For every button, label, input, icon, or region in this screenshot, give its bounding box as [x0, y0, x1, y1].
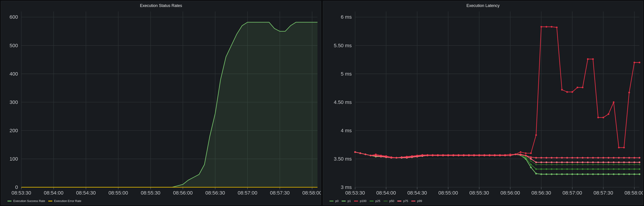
- svg-point-356: [582, 164, 583, 165]
- svg-point-360: [602, 164, 604, 165]
- svg-point-183: [556, 173, 558, 175]
- svg-point-426: [364, 154, 366, 155]
- svg-point-193: [608, 173, 609, 175]
- svg-point-250: [613, 102, 614, 103]
- svg-point-196: [623, 173, 625, 175]
- svg-point-294: [551, 168, 552, 170]
- svg-point-346: [530, 160, 532, 162]
- svg-text:3 ms: 3 ms: [341, 184, 352, 190]
- svg-point-418: [613, 161, 614, 163]
- svg-point-474: [613, 157, 614, 159]
- svg-point-245: [587, 58, 588, 60]
- svg-point-464: [561, 157, 562, 159]
- legend-swatch: [48, 201, 52, 202]
- svg-point-239: [556, 26, 558, 28]
- svg-point-292: [540, 168, 542, 170]
- svg-text:600: 600: [10, 14, 18, 20]
- panel-title: Execution Status Rates: [1, 1, 321, 9]
- svg-point-408: [561, 161, 562, 163]
- svg-point-240: [561, 89, 562, 91]
- svg-point-197: [628, 173, 630, 175]
- svg-point-351: [556, 164, 558, 165]
- svg-text:200: 200: [10, 128, 18, 133]
- svg-point-364: [623, 164, 625, 165]
- svg-point-475: [618, 157, 620, 159]
- svg-text:4 ms: 4 ms: [341, 128, 352, 133]
- svg-point-450: [489, 155, 490, 156]
- plot-area[interactable]: 010020030040050060008:53:3008:54:0008:54…: [1, 9, 321, 198]
- svg-point-310: [634, 168, 635, 170]
- svg-point-195: [618, 173, 620, 175]
- svg-text:08:55:00: 08:55:00: [108, 190, 128, 196]
- legend-label: p1: [348, 199, 351, 203]
- svg-point-303: [597, 168, 599, 170]
- legend-item[interactable]: p1: [342, 199, 351, 203]
- svg-text:100: 100: [10, 156, 18, 162]
- svg-text:5 ms: 5 ms: [341, 71, 352, 77]
- svg-point-413: [587, 161, 588, 163]
- svg-text:08:53:30: 08:53:30: [345, 190, 365, 196]
- svg-point-300: [582, 168, 583, 170]
- svg-point-404: [540, 161, 542, 163]
- svg-point-199: [638, 173, 640, 175]
- svg-point-456: [520, 154, 521, 155]
- svg-point-443: [452, 155, 454, 156]
- svg-text:300: 300: [10, 100, 18, 105]
- svg-point-420: [623, 161, 625, 163]
- legend-item[interactable]: p99: [411, 199, 422, 203]
- panel-execution-latency[interactable]: Execution Latency 3 ms3.50 ms4 ms4.50 ms…: [323, 1, 643, 205]
- svg-point-178: [530, 167, 532, 168]
- svg-point-311: [638, 168, 640, 170]
- svg-point-407: [556, 161, 558, 163]
- svg-point-406: [551, 161, 552, 163]
- svg-point-459: [535, 157, 537, 159]
- svg-point-431: [390, 157, 392, 159]
- svg-text:0: 0: [15, 184, 18, 190]
- legend-item[interactable]: p0: [330, 199, 338, 203]
- legend: Execution Success RateExecution Error Ra…: [1, 198, 321, 205]
- svg-point-180: [540, 173, 542, 175]
- svg-point-253: [628, 92, 630, 93]
- svg-point-458: [530, 156, 532, 158]
- svg-text:08:54:30: 08:54:30: [76, 190, 96, 196]
- svg-point-290: [530, 164, 532, 165]
- legend-item[interactable]: p100: [354, 199, 366, 203]
- svg-point-248: [602, 117, 604, 118]
- svg-point-421: [628, 161, 630, 163]
- svg-point-353: [566, 164, 568, 165]
- legend-item[interactable]: p50: [384, 199, 394, 203]
- svg-point-423: [638, 161, 640, 163]
- svg-text:08:54:00: 08:54:00: [44, 190, 63, 196]
- legend-label: p100: [360, 199, 366, 203]
- svg-point-451: [494, 155, 496, 156]
- legend-label: Execution Success Rate: [13, 199, 45, 203]
- svg-point-446: [468, 155, 470, 156]
- svg-point-449: [484, 155, 485, 156]
- svg-point-448: [478, 155, 480, 156]
- legend-item[interactable]: p75: [397, 199, 408, 203]
- plot-area[interactable]: 3 ms3.50 ms4 ms4.50 ms5 ms5.50 ms6 ms08:…: [323, 9, 643, 198]
- svg-point-238: [551, 26, 552, 27]
- svg-point-432: [396, 157, 397, 159]
- svg-point-434: [406, 156, 408, 158]
- svg-point-367: [638, 164, 640, 165]
- legend-swatch: [370, 201, 374, 202]
- svg-point-447: [473, 155, 475, 156]
- svg-text:08:57:30: 08:57:30: [594, 190, 613, 196]
- svg-point-297: [566, 168, 568, 170]
- svg-point-251: [618, 147, 620, 148]
- svg-point-469: [587, 157, 588, 159]
- svg-point-349: [546, 164, 547, 165]
- legend-item[interactable]: Execution Error Rate: [48, 199, 82, 203]
- svg-point-243: [576, 87, 578, 88]
- svg-text:08:57:00: 08:57:00: [562, 190, 582, 196]
- svg-point-296: [561, 168, 562, 170]
- svg-point-307: [618, 168, 620, 170]
- svg-point-191: [597, 173, 599, 175]
- legend-item[interactable]: p25: [370, 199, 380, 203]
- svg-point-308: [623, 168, 625, 170]
- legend-item[interactable]: Execution Success Rate: [8, 199, 45, 203]
- legend-label: p99: [417, 199, 422, 203]
- panel-execution-status-rates[interactable]: Execution Status Rates 01002003004005006…: [1, 1, 321, 205]
- svg-point-295: [556, 168, 558, 170]
